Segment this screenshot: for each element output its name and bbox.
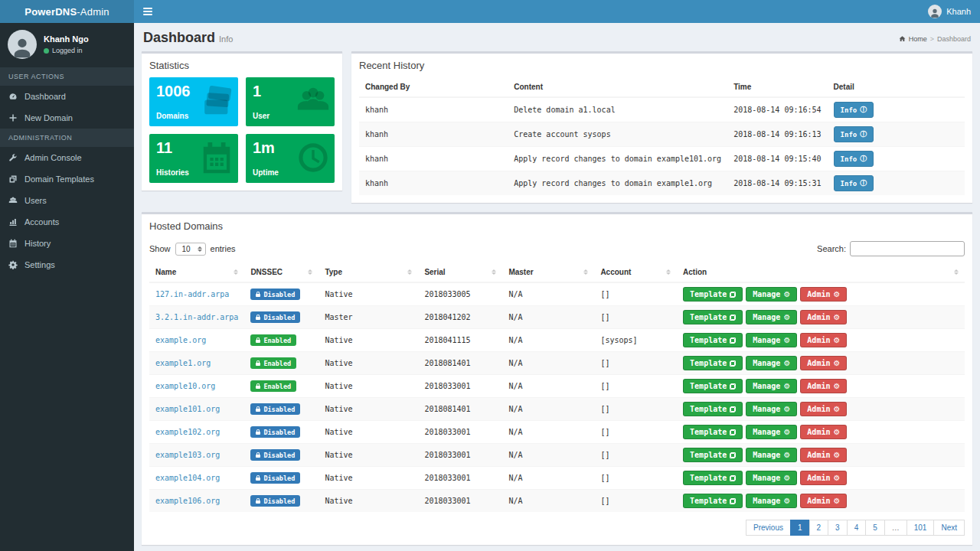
sidebar-user-status: Logged in	[44, 47, 89, 54]
page-button[interactable]: 2	[809, 520, 829, 536]
sidebar-item[interactable]: New Domain	[0, 107, 134, 129]
admin-button[interactable]: Admin⚙	[800, 333, 847, 347]
page-button[interactable]: 4	[847, 520, 867, 536]
page-button[interactable]: 5	[865, 520, 885, 536]
domain-name-link[interactable]: example101.org	[155, 405, 220, 413]
domain-name-link[interactable]: example.org	[155, 336, 206, 344]
manage-button[interactable]: Manage⚙	[746, 333, 797, 347]
page-button[interactable]: …	[884, 520, 907, 536]
template-button[interactable]: Template	[683, 287, 743, 302]
page-button[interactable]: Next	[933, 520, 965, 536]
template-button[interactable]: Template	[683, 402, 743, 416]
manage-button[interactable]: Manage⚙	[746, 310, 797, 324]
page-button[interactable]: Previous	[746, 520, 791, 536]
sidebar-item[interactable]: ADMINISTRATION	[0, 129, 134, 147]
sidebar-item[interactable]: History	[0, 233, 134, 254]
breadcrumb-home[interactable]: Home	[909, 35, 927, 43]
domain-name-link[interactable]: example1.org	[155, 359, 211, 367]
template-button[interactable]: Template	[683, 471, 743, 485]
template-button[interactable]: Template	[683, 356, 743, 370]
template-button[interactable]: Template	[683, 379, 743, 393]
column-header[interactable]: Account	[594, 262, 677, 282]
manage-button[interactable]: Manage⚙	[746, 448, 797, 462]
sidebar-item[interactable]: USER ACTIONS	[0, 67, 134, 86]
dnssec-badge: Disabled	[250, 426, 300, 438]
manage-button[interactable]: Manage⚙	[746, 287, 797, 302]
column-header[interactable]: Master	[502, 262, 594, 282]
admin-button[interactable]: Admin⚙	[800, 425, 847, 439]
account-cell: []	[594, 352, 677, 375]
admin-button[interactable]: Admin⚙	[800, 287, 847, 302]
page-button[interactable]: 101	[906, 520, 935, 536]
column-header[interactable]: Name	[149, 262, 244, 282]
manage-button[interactable]: Manage⚙	[746, 356, 797, 370]
manage-button[interactable]: Manage⚙	[746, 425, 797, 439]
info-button[interactable]: Infoⓘ	[834, 126, 874, 142]
admin-button[interactable]: Admin⚙	[800, 448, 847, 462]
template-button[interactable]: Template	[683, 333, 743, 347]
manage-button[interactable]: Manage⚙	[746, 379, 797, 393]
sidebar-item[interactable]: Settings	[0, 254, 134, 276]
clone-icon	[730, 452, 736, 458]
admin-button[interactable]: Admin⚙	[800, 494, 847, 508]
stat-icon	[199, 140, 234, 175]
column-header[interactable]: DNSSEC	[244, 262, 318, 282]
admin-button[interactable]: Admin⚙	[800, 310, 847, 324]
admin-button[interactable]: Admin⚙	[800, 379, 847, 393]
stat-box[interactable]: 11 Histories	[149, 134, 238, 183]
navbar-user-menu[interactable]: Khanh	[928, 5, 971, 18]
sidebar-item[interactable]: Users	[0, 190, 134, 211]
column-header[interactable]: Action	[677, 262, 965, 282]
type-cell: Master	[318, 306, 418, 329]
page-button[interactable]: 1	[790, 520, 810, 536]
sidebar-item[interactable]: Domain Templates	[0, 168, 134, 190]
admin-button[interactable]: Admin⚙	[800, 356, 847, 370]
history-row: khanh Apply record changes to domain exa…	[359, 147, 965, 171]
template-button[interactable]: Template	[683, 425, 743, 439]
template-button[interactable]: Template	[683, 310, 743, 324]
sidebar-item[interactable]: Accounts	[0, 211, 134, 233]
brand-logo[interactable]: PowerDNS-Admin	[0, 0, 134, 23]
lock-icon	[256, 432, 260, 435]
column-header[interactable]: Serial	[418, 262, 502, 282]
master-cell: N/A	[502, 352, 594, 375]
manage-button[interactable]: Manage⚙	[746, 471, 797, 485]
search-input[interactable]	[850, 241, 965, 256]
page-button[interactable]: 3	[828, 520, 848, 536]
gear-icon: ⚙	[833, 383, 840, 390]
gear-icon: ⚙	[783, 474, 790, 482]
stat-box[interactable]: 1 User	[246, 77, 335, 126]
domain-name-link[interactable]: example10.org	[155, 382, 215, 390]
domains-header-row: Name DNSSEC Type Serial Master Account	[149, 262, 965, 282]
column-header[interactable]: Type	[318, 262, 418, 282]
template-button[interactable]: Template	[683, 494, 743, 508]
domain-name-link[interactable]: example102.org	[155, 428, 220, 436]
manage-button[interactable]: Manage⚙	[746, 402, 797, 416]
info-button[interactable]: Infoⓘ	[834, 175, 874, 191]
domain-name-link[interactable]: 127.in-addr.arpa	[155, 290, 229, 298]
changed-by-cell: khanh	[359, 171, 508, 196]
domain-name-link[interactable]: example103.org	[155, 451, 220, 459]
sidebar-item[interactable]: Dashboard	[0, 86, 134, 107]
stat-icon	[296, 140, 331, 175]
domain-name-link[interactable]: example106.org	[155, 497, 220, 505]
domain-name-link[interactable]: 3.2.1.in-addr.arpa	[155, 313, 238, 321]
info-button[interactable]: Infoⓘ	[834, 151, 874, 167]
sidebar-item[interactable]: Admin Console	[0, 147, 134, 168]
home-icon	[899, 35, 906, 42]
admin-button[interactable]: Admin⚙	[800, 471, 847, 485]
gear-icon: ⚙	[833, 314, 840, 321]
manage-button[interactable]: Manage⚙	[746, 494, 797, 508]
admin-button[interactable]: Admin⚙	[800, 402, 847, 416]
domain-name-link[interactable]: example104.org	[155, 474, 220, 482]
sidebar-item-label: Accounts	[24, 217, 59, 227]
stat-box[interactable]: 1m Uptime	[246, 134, 335, 183]
page-size-select[interactable]: 10	[175, 243, 206, 256]
template-button[interactable]: Template	[683, 448, 743, 462]
stat-label: User	[253, 112, 270, 120]
time-cell: 2018-08-14 09:15:40	[727, 147, 827, 171]
sidebar-toggle-icon[interactable]	[143, 8, 152, 15]
stat-box[interactable]: 1006 Domains	[149, 77, 238, 126]
info-button[interactable]: Infoⓘ	[834, 102, 874, 118]
gear-icon: ⚙	[783, 337, 790, 344]
